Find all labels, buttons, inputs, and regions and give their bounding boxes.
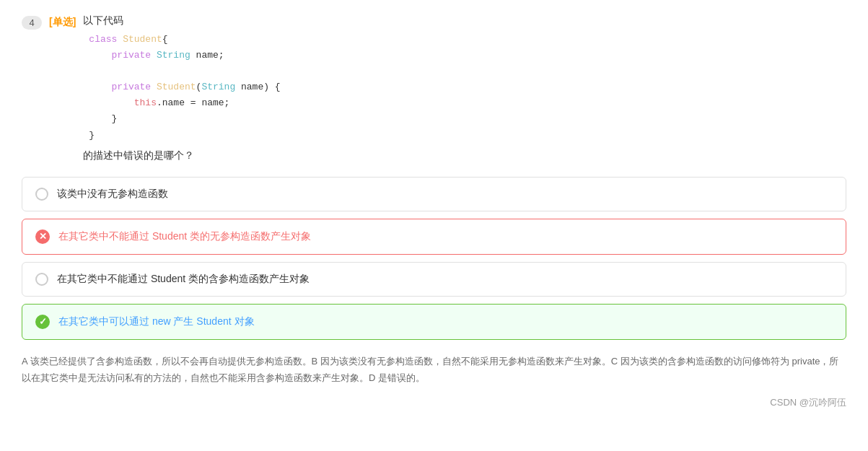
page-container: 4 [单选] 以下代码 class Student{ private Strin… [0, 0, 868, 424]
code-line-5: this.name = name; [89, 95, 846, 111]
option-b-text: 在其它类中不能通过 Student 类的无参构造函数产生对象 [58, 230, 311, 243]
option-d-text: 在其它类中可以通过 new 产生 Student 对象 [58, 315, 255, 328]
question-number: 4 [22, 16, 42, 30]
footer-brand: CSDN @沉吟阿伍 [22, 396, 846, 409]
explanation: A 该类已经提供了含参构造函数，所以不会再自动提供无参构造函数。B 因为该类没有… [22, 353, 846, 387]
code-line-4: private Student(String name) { [89, 79, 846, 95]
option-c[interactable]: 在其它类中不能通过 Student 类的含参构造函数产生对象 [22, 262, 846, 297]
question-desc: 的描述中错误的是哪个？ [83, 149, 846, 162]
options-container: 该类中没有无参构造函数 ✕ 在其它类中不能通过 Student 类的无参构造函数… [22, 177, 846, 340]
correct-icon: ✓ [35, 315, 50, 329]
question-title: 以下代码 [83, 14, 846, 27]
code-line-7: } [89, 128, 846, 144]
question-content: 以下代码 class Student{ private String name;… [83, 14, 846, 162]
wrong-icon: ✕ [35, 229, 50, 244]
option-a-radio [35, 188, 48, 201]
option-a-text: 该类中没有无参构造函数 [57, 188, 168, 201]
code-line-3 [89, 64, 846, 79]
code-line-1: class Student{ [89, 32, 846, 48]
code-line-6: } [89, 111, 846, 127]
question-type: [单选] [49, 16, 76, 29]
code-line-2: private String name; [89, 48, 846, 64]
option-d[interactable]: ✓ 在其它类中可以通过 new 产生 Student 对象 [22, 304, 846, 340]
option-a[interactable]: 该类中没有无参构造函数 [22, 177, 846, 211]
option-c-text: 在其它类中不能通过 Student 类的含参构造函数产生对象 [57, 273, 310, 286]
code-block: class Student{ private String name; priv… [83, 32, 846, 144]
option-b-icon: ✕ [35, 229, 50, 244]
question-header: 4 [单选] 以下代码 class Student{ private Strin… [22, 14, 846, 162]
option-d-icon: ✓ [35, 315, 50, 329]
option-c-radio [35, 273, 48, 286]
option-b[interactable]: ✕ 在其它类中不能通过 Student 类的无参构造函数产生对象 [22, 219, 846, 255]
